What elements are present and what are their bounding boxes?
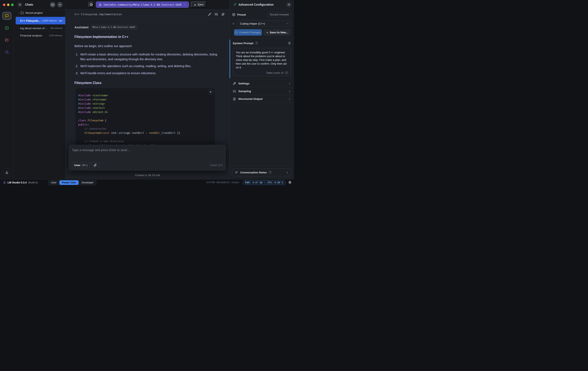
active-section-stripe (230, 40, 230, 78)
chat-title: C++ Filesyste... (20, 19, 41, 22)
resources-label: SYSTEM RESOURCES USAGE: (206, 181, 241, 184)
token-count: Token count: 41 (266, 72, 284, 74)
code-content: #include <iostream>#include <fstream>#in… (78, 93, 212, 148)
resources-usage-pill[interactable]: RAM: 4.47 GB | CPU: 0.00 % (243, 180, 286, 185)
help-icon[interactable]: ? (255, 42, 258, 45)
chat-token-count: (56 tokens) (50, 27, 62, 29)
cpu-usage: CPU: 0.00 % (267, 181, 283, 184)
help-icon[interactable]: ? (269, 171, 272, 174)
plus-icon: + (266, 31, 268, 34)
model-selector[interactable]: lmstudio-community/Meta-Llama-3.1-8B-Ins… (96, 1, 189, 8)
conversation-title: C++ Filesystem Implementation (74, 13, 122, 16)
chevron-right-icon (288, 98, 291, 101)
panel-title: Advanced Configuration (239, 3, 273, 6)
message-input[interactable] (72, 147, 223, 162)
lm-studio-logo-icon (3, 181, 6, 184)
clean-conversation-icon[interactable] (208, 12, 211, 16)
zoom-window-button[interactable] (11, 4, 14, 6)
delete-system-prompt-button[interactable] (288, 41, 291, 45)
save-icon (235, 31, 238, 34)
list-item: We'll handle errors and exceptions to en… (79, 71, 220, 75)
advanced-configuration-panel: Advanced Configuration Preset Discard Un… (229, 0, 294, 179)
role-shortcut: (⌘U) (82, 164, 88, 167)
nav-chat-button[interactable] (3, 12, 11, 19)
folder-icon (21, 11, 24, 14)
traffic-lights (0, 0, 14, 9)
new-chat-button[interactable] (57, 2, 63, 8)
sidebar-folder-secret-project[interactable]: › Secret project (14, 9, 65, 16)
eject-label: Eject (198, 3, 203, 6)
clear-preset-button[interactable] (232, 22, 235, 25)
loaded-model-name: lmstudio-community/Meta-Llama-3.1-8B-Ins… (104, 3, 182, 6)
downloads-button[interactable] (3, 168, 11, 176)
nav-my-models-button[interactable] (3, 36, 11, 43)
list-item: We'll create a basic directory structure… (79, 52, 220, 62)
chat-token-count: (1600 tokens) (42, 19, 57, 22)
section-label: Structured Output (238, 97, 262, 101)
discard-unsaved-button[interactable]: Discard Unsaved (268, 12, 291, 17)
chevron-down-icon (183, 3, 186, 6)
ram-usage: RAM: 4.47 GB (245, 181, 262, 184)
robot-icon (99, 3, 102, 6)
user-mode-switcher: User Power User Developer (48, 180, 96, 185)
copy-code-button[interactable] (208, 90, 213, 95)
chat-title: log about version of ... (20, 27, 48, 30)
model-settings-gear-icon[interactable]: ⚙ (88, 2, 94, 8)
app-version: LM Studio 0.3.4 (8, 181, 27, 184)
notes-lines-icon (235, 171, 238, 174)
chat-title: Financial analysis (20, 34, 42, 37)
section-sampling[interactable]: Sampling (230, 88, 294, 95)
nav-discover-button[interactable] (3, 49, 11, 56)
chat-options-menu-icon[interactable]: ••• (59, 19, 62, 22)
new-folder-button[interactable] (50, 2, 55, 8)
clear-messages-icon[interactable] (215, 12, 218, 16)
list-item: We'll implement file operations such as … (79, 64, 220, 68)
app-build: (Build 5) (28, 181, 38, 184)
section-settings[interactable]: Settings (230, 80, 294, 88)
role-label: User (74, 164, 81, 167)
left-rail (0, 0, 14, 179)
system-prompt-section: System Prompt ? You are an incredibly go… (230, 39, 294, 80)
section-structured-output[interactable]: Structured Output (230, 95, 294, 103)
collapse-panel-button[interactable] (286, 2, 292, 7)
role-selector-button[interactable]: User (⌘U) (72, 162, 90, 168)
attach-file-button[interactable] (92, 162, 99, 168)
message-paragraph: Before we begin, let's outline our appro… (74, 44, 220, 48)
preset-selected-value: Coding Helper (C++) (240, 22, 265, 25)
context-usage-status: Context is 39.1% full (65, 174, 229, 177)
preset-dropdown[interactable]: Coding Helper (C++) (237, 20, 291, 27)
chat-list-item[interactable]: Financial analysis (106 tokens) (14, 32, 65, 39)
chat-list-item-selected[interactable]: C++ Filesyste... (1600 tokens) ••• (16, 17, 65, 24)
mode-developer[interactable]: Developer (79, 180, 96, 185)
system-prompt-label: System Prompt (233, 42, 253, 45)
preset-label: Preset (237, 13, 246, 16)
mode-user[interactable]: User (48, 180, 59, 185)
message-heading: Filesystem Implementation in C++ (74, 34, 220, 40)
help-icon[interactable]: ? (285, 72, 288, 74)
mode-power-user[interactable]: Power User (59, 180, 79, 185)
collapse-sidebar-button[interactable] (17, 2, 22, 7)
settings-gear-icon[interactable]: ⚙ (288, 181, 292, 184)
section-label: Sampling (238, 90, 251, 93)
assistant-role-label: Assistant (74, 25, 89, 29)
save-as-new-button[interactable]: + Save As New... (263, 29, 291, 36)
folder-label: Secret project (25, 11, 42, 14)
status-bar: LM Studio 0.3.4 (Build 5) User Power Use… (0, 179, 294, 186)
assistant-model-badge: Meta-Llama-3.1-8B-Instruct-GGUF (91, 25, 137, 29)
chevron-right-icon: › (18, 11, 19, 14)
eject-model-button[interactable]: Eject (191, 1, 206, 8)
message-composer: User (⌘U) Insert (⌘I) (69, 145, 226, 171)
chevron-right-icon (288, 90, 291, 93)
commit-changes-button[interactable]: Commit Changes (234, 29, 262, 36)
chat-list-item[interactable]: log about version of ... (56 tokens) (14, 25, 65, 32)
minimize-window-button[interactable] (7, 4, 10, 6)
system-prompt-text: You are an incredibly good C++ engineer.… (236, 51, 288, 69)
insert-button[interactable]: Insert (⌘I) (210, 164, 223, 167)
system-prompt-editor[interactable]: You are an incredibly good C++ engineer.… (233, 48, 291, 76)
conversation-notes-button[interactable]: Conversation Notes ? (232, 169, 292, 176)
duplicate-chat-icon[interactable] (221, 12, 225, 16)
chat-main-area: ⚙ lmstudio-community/Meta-Llama-3.1-8B-I… (65, 0, 229, 179)
separator: | (264, 181, 266, 184)
nav-developer-console-button[interactable] (3, 24, 11, 31)
close-window-button[interactable] (3, 4, 5, 6)
